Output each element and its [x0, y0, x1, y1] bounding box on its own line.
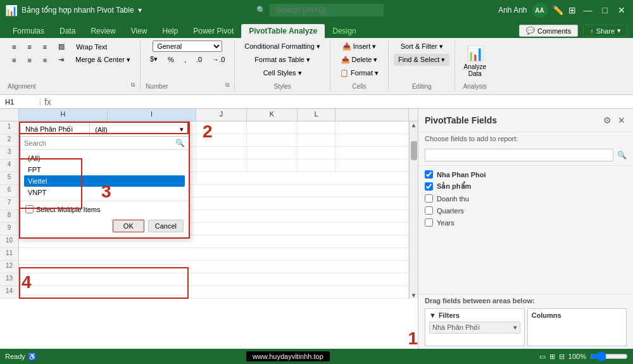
pivot-settings-button[interactable]: ⚙ [602, 114, 613, 127]
pivot-field-nha-phan-phoi-checkbox[interactable] [425, 170, 433, 179]
tab-data[interactable]: Data [52, 24, 83, 38]
share-button[interactable]: ↑ Share ▾ [583, 25, 628, 37]
col-header-k[interactable]: K [247, 109, 298, 121]
pivot-area-filters-value[interactable]: Nhà Phân Phối ▾ [429, 322, 520, 334]
wrap-text-button[interactable]: Wrap Text [72, 41, 111, 53]
cell-j4[interactable] [196, 160, 247, 172]
tab-review[interactable]: Review [83, 24, 123, 38]
cell-j3[interactable] [196, 147, 247, 159]
row-num-5: 5 [0, 172, 18, 185]
pivot-field-doanh-thu[interactable]: Doanh thu [425, 192, 627, 204]
cells-label: Cells [352, 83, 366, 90]
cell-styles-button[interactable]: Cell Styles ▾ [259, 67, 306, 79]
currency-button[interactable]: $▾ [146, 53, 162, 65]
pivot-field-san-pham[interactable]: Sản phẩm [425, 180, 627, 192]
cell-l3[interactable] [298, 147, 335, 159]
page-break-button[interactable]: ⊟ [559, 353, 565, 361]
scroll-up-button[interactable]: ▲ [411, 122, 417, 129]
col-header-i[interactable]: I [108, 109, 196, 121]
dropdown-header: Nhà Phân Phối (All) ▾ [20, 123, 189, 137]
dropdown-item-vnpt[interactable]: VNPT [24, 187, 185, 198]
row-num-14: 14 [0, 286, 18, 299]
maximize-button[interactable]: □ [600, 5, 610, 15]
close-button[interactable]: ✕ [615, 5, 628, 15]
sort-filter-button[interactable]: Sort & Filter ▾ [396, 41, 448, 53]
title-search-input[interactable] [270, 4, 384, 16]
vertical-scrollbar[interactable]: ▲ ▼ [409, 122, 418, 299]
align-left-button[interactable]: ≡ [8, 41, 20, 53]
tab-view[interactable]: View [123, 24, 155, 38]
insert-button[interactable]: 📥 Insert ▾ [338, 41, 381, 53]
comma-button[interactable]: , [180, 54, 191, 65]
cell-l4[interactable] [298, 160, 335, 172]
tab-design[interactable]: Design [325, 24, 363, 38]
cell-l2[interactable] [298, 134, 335, 146]
cell-j2[interactable] [196, 134, 247, 146]
cell-j1[interactable] [196, 122, 247, 134]
tab-help[interactable]: Help [155, 24, 186, 38]
cell-k4[interactable] [247, 160, 298, 172]
pivot-field-nha-phan-phoi[interactable]: Nha Phan Phoi [425, 168, 627, 180]
align-right-button[interactable]: ≡ [39, 41, 51, 53]
delete-button[interactable]: 📤 Delete ▾ [337, 54, 382, 66]
dropdown-item-viettel[interactable]: Viettel [24, 175, 185, 187]
merge-center-button[interactable]: Merge & Center ▾ [71, 54, 135, 66]
dropdown-item-fpt[interactable]: FPT [24, 164, 185, 175]
pivot-close-button[interactable]: ✕ [617, 114, 627, 127]
col-header-h[interactable]: H [19, 109, 108, 121]
number-expand-icon[interactable]: ⧉ [225, 82, 229, 90]
border-button[interactable]: ▨ [54, 41, 69, 53]
analyze-data-button[interactable]: 📊 AnalyzeData [460, 44, 489, 79]
scroll-thumb[interactable] [411, 141, 417, 160]
pivot-field-quarters[interactable]: Quarters [425, 204, 627, 217]
select-multiple-label[interactable]: Select Multiple Items [25, 205, 100, 213]
alignment-expand-icon[interactable]: ⧉ [131, 82, 135, 90]
ok-button[interactable]: OK [113, 220, 144, 232]
comments-button[interactable]: 💬 Comments [519, 25, 578, 37]
format-button[interactable]: 📋 Format ▾ [335, 67, 383, 79]
increase-decimal-button[interactable]: →.0 [208, 54, 229, 65]
number-label: Number [146, 83, 168, 90]
name-box[interactable]: H1 [3, 98, 41, 106]
cell-k1[interactable] [247, 122, 298, 134]
normal-view-button[interactable]: ▭ [539, 353, 546, 361]
pivot-field-san-pham-checkbox[interactable] [425, 182, 433, 191]
tab-formulas[interactable]: Formulas [5, 24, 52, 38]
number-group: General $▾ % , .0 →.0 Number ⧉ [143, 41, 235, 90]
tab-power-pivot[interactable]: Power Pivot [185, 24, 241, 38]
page-layout-button[interactable]: ⊞ [549, 353, 555, 361]
col-header-l[interactable]: L [298, 109, 335, 121]
conditional-formatting-button[interactable]: Conditional Formatting ▾ [240, 41, 325, 53]
pivot-field-years-checkbox[interactable] [425, 218, 433, 227]
scroll-down-button[interactable]: ▼ [411, 292, 417, 299]
dropdown-item-all[interactable]: (All) [24, 153, 185, 164]
indent-button[interactable]: ⇥ [54, 54, 68, 66]
pivot-field-quarters-checkbox[interactable] [425, 206, 433, 215]
find-select-button[interactable]: Find & Select ▾ [394, 54, 449, 66]
cell-l1[interactable] [298, 122, 335, 134]
format-as-table-button[interactable]: Format as Table ▾ [250, 54, 315, 66]
align-bottom-right-button[interactable]: ≡ [39, 54, 51, 66]
view-controls: ▭ ⊞ ⊟ 100% [539, 351, 628, 361]
cell-k2[interactable] [247, 134, 298, 146]
align-bottom-left-button[interactable]: ≡ [8, 54, 20, 66]
decrease-decimal-button[interactable]: .0 [192, 54, 206, 65]
website-badge: www.huydayvitinhh.top [246, 351, 330, 361]
minimize-button[interactable]: — [581, 5, 595, 15]
dropdown-value-select[interactable]: (All) ▾ [90, 123, 189, 136]
pivot-field-years[interactable]: Years [425, 217, 627, 229]
percent-button[interactable]: % [163, 54, 179, 65]
number-format-select[interactable]: General [153, 41, 222, 52]
cell-k3[interactable] [247, 147, 298, 159]
pivot-search-input[interactable] [425, 149, 613, 161]
dropdown-search-input[interactable] [24, 139, 175, 147]
align-bottom-center-button[interactable]: ≡ [23, 54, 35, 66]
zoom-slider[interactable] [590, 351, 628, 361]
align-center-button[interactable]: ≡ [23, 41, 35, 53]
pivot-area-filters-label: Filters [439, 311, 460, 319]
cancel-button[interactable]: Cancel [148, 220, 184, 232]
tab-pivottable-analyze[interactable]: PivotTable Analyze [241, 24, 325, 38]
select-multiple-checkbox[interactable] [25, 205, 34, 213]
col-header-j[interactable]: J [196, 109, 247, 121]
pivot-field-doanh-thu-checkbox[interactable] [425, 194, 433, 203]
